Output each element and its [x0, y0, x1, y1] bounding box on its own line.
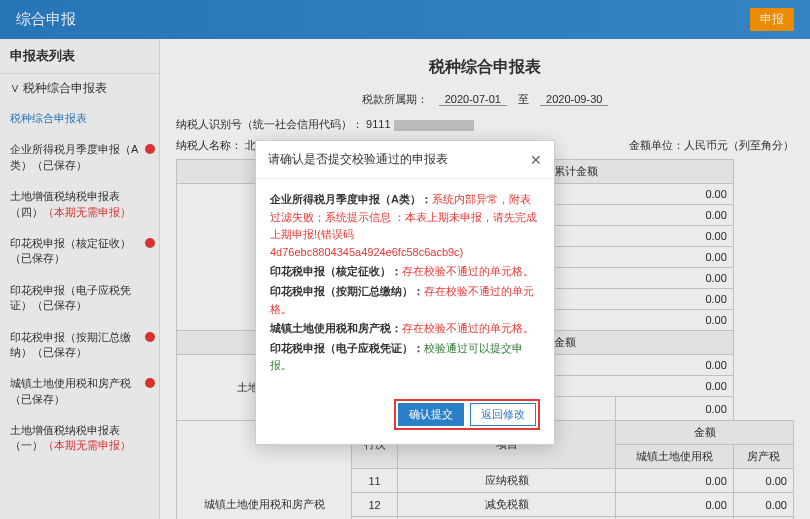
confirm-modal: 请确认是否提交校验通过的申报表 ✕ 企业所得税月季度申报（A类）：系统内部异常，…: [255, 140, 555, 445]
highlighted-button-group: 确认提交 返回修改: [394, 399, 540, 430]
modal-message-line: 印花税申报（按期汇总缴纳）：存在校验不通过的单元格。: [270, 283, 540, 318]
modal-body: 企业所得税月季度申报（A类）：系统内部异常，附表过滤失败；系统提示信息 ：本表上…: [256, 179, 554, 389]
close-icon[interactable]: ✕: [530, 152, 542, 168]
modal-overlay: 请确认是否提交校验通过的申报表 ✕ 企业所得税月季度申报（A类）：系统内部异常，…: [0, 0, 810, 519]
modal-message-line: 印花税申报（电子应税凭证）：校验通过可以提交申报。: [270, 340, 540, 375]
back-modify-button[interactable]: 返回修改: [470, 403, 536, 426]
modal-message-line: 印花税申报（核定征收）：存在校验不通过的单元格。: [270, 263, 540, 281]
modal-title: 请确认是否提交校验通过的申报表: [268, 151, 448, 168]
confirm-submit-button[interactable]: 确认提交: [398, 403, 464, 426]
modal-message-line: 企业所得税月季度申报（A类）：系统内部异常，附表过滤失败；系统提示信息 ：本表上…: [270, 191, 540, 261]
modal-message-line: 城镇土地使用税和房产税：存在校验不通过的单元格。: [270, 320, 540, 338]
modal-footer: 确认提交 返回修改: [256, 389, 554, 444]
modal-header: 请确认是否提交校验通过的申报表 ✕: [256, 141, 554, 179]
